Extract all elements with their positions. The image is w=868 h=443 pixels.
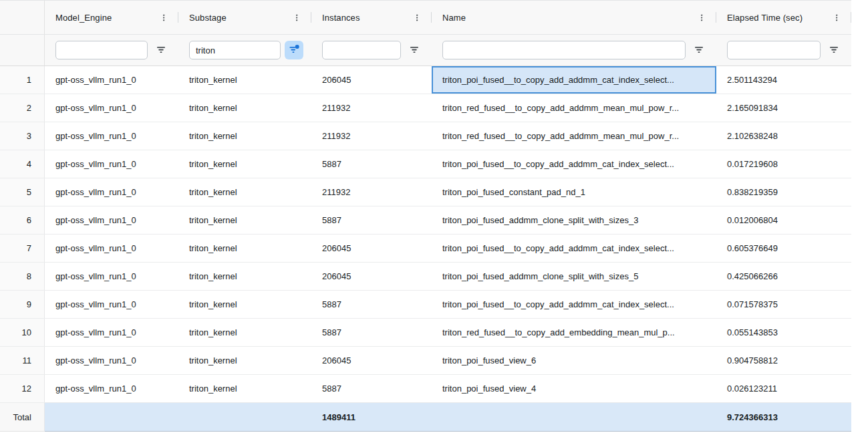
cell-model_engine[interactable]: gpt-oss_vllm_run1_0 xyxy=(45,206,178,234)
table-row: 4gpt-oss_vllm_run1_0triton_kernel5887tri… xyxy=(0,150,851,178)
cell-instances[interactable]: 5887 xyxy=(311,319,432,346)
cell-instances[interactable]: 211932 xyxy=(311,122,432,150)
total-cell-name xyxy=(432,403,716,432)
cell-model_engine[interactable]: gpt-oss_vllm_run1_0 xyxy=(45,347,178,374)
cell-elapsed[interactable]: 0.838219359 xyxy=(716,178,851,206)
cell-instances[interactable]: 211932 xyxy=(311,178,432,206)
cell-substage[interactable]: triton_kernel xyxy=(178,291,311,318)
cell-substage[interactable]: triton_kernel xyxy=(178,150,311,178)
column-header-label: Substage xyxy=(189,13,291,23)
column-menu-icon[interactable] xyxy=(158,9,170,25)
filter-icon xyxy=(829,44,839,57)
cell-elapsed[interactable]: 2.102638248 xyxy=(716,122,851,150)
cell-instances[interactable]: 206045 xyxy=(311,347,432,374)
cell-name[interactable]: triton_poi_fused__to_copy_add_addmm_cat_… xyxy=(432,235,716,262)
cell-substage[interactable]: triton_kernel xyxy=(178,263,311,290)
table-row: 10gpt-oss_vllm_run1_0triton_kernel5887tr… xyxy=(0,319,851,347)
cell-name[interactable]: triton_red_fused__to_copy_add_embedding_… xyxy=(432,319,716,346)
cell-substage[interactable]: triton_kernel xyxy=(178,235,311,262)
cell-substage[interactable]: triton_kernel xyxy=(178,206,311,234)
filter-button-substage-active[interactable] xyxy=(285,41,303,59)
column-header-substage[interactable]: Substage xyxy=(178,1,311,34)
cell-instances[interactable]: 5887 xyxy=(311,291,432,318)
total-cell-model-engine xyxy=(45,403,178,432)
cell-model_engine[interactable]: gpt-oss_vllm_run1_0 xyxy=(45,235,178,262)
column-header-label: Elapsed Time (sec) xyxy=(727,13,831,23)
cell-name[interactable]: triton_poi_fused_addmm_clone_split_with_… xyxy=(432,206,716,234)
cell-substage[interactable]: triton_kernel xyxy=(178,375,311,402)
cell-name[interactable]: triton_poi_fused__to_copy_add_addmm_cat_… xyxy=(432,291,716,318)
filter-button-name[interactable] xyxy=(690,41,708,59)
cell-name[interactable]: triton_poi_fused_view_6 xyxy=(432,347,716,374)
row-number: 11 xyxy=(0,347,45,374)
cell-name[interactable]: triton_poi_fused__to_copy_add_addmm_cat_… xyxy=(432,150,716,178)
cell-model_engine[interactable]: gpt-oss_vllm_run1_0 xyxy=(45,291,178,318)
cell-elapsed[interactable]: 0.026123211 xyxy=(716,375,851,402)
cell-model_engine[interactable]: gpt-oss_vllm_run1_0 xyxy=(45,66,178,94)
cell-name[interactable]: triton_poi_fused_addmm_clone_split_with_… xyxy=(432,263,716,290)
table-row: 5gpt-oss_vllm_run1_0triton_kernel211932t… xyxy=(0,178,851,206)
filter-input-elapsed[interactable] xyxy=(727,41,821,59)
cell-name[interactable]: triton_red_fused__to_copy_add_addmm_mean… xyxy=(432,94,716,122)
column-menu-icon[interactable] xyxy=(831,9,843,25)
cell-name[interactable]: triton_red_fused__to_copy_add_addmm_mean… xyxy=(432,122,716,150)
cell-model_engine[interactable]: gpt-oss_vllm_run1_0 xyxy=(45,263,178,290)
column-menu-icon[interactable] xyxy=(411,9,423,25)
cell-instances[interactable]: 5887 xyxy=(311,206,432,234)
filter-button-model_engine[interactable] xyxy=(152,41,170,59)
filter-icon xyxy=(694,44,704,57)
filter-button-elapsed[interactable] xyxy=(825,41,843,59)
cell-instances[interactable]: 211932 xyxy=(311,94,432,122)
table-row: 1gpt-oss_vllm_run1_0triton_kernel206045t… xyxy=(0,66,851,94)
cell-model_engine[interactable]: gpt-oss_vllm_run1_0 xyxy=(45,94,178,122)
cell-substage[interactable]: triton_kernel xyxy=(178,319,311,346)
cell-substage[interactable]: triton_kernel xyxy=(178,178,311,206)
cell-substage[interactable]: triton_kernel xyxy=(178,122,311,150)
cell-elapsed[interactable]: 0.055143853 xyxy=(716,319,851,346)
filter-input-model_engine[interactable] xyxy=(55,41,148,59)
cell-instances[interactable]: 5887 xyxy=(311,375,432,402)
column-header-model_engine[interactable]: Model_Engine xyxy=(45,1,178,34)
table-row: 7gpt-oss_vllm_run1_0triton_kernel206045t… xyxy=(0,235,851,263)
cell-model_engine[interactable]: gpt-oss_vllm_run1_0 xyxy=(45,150,178,178)
cell-instances[interactable]: 206045 xyxy=(311,235,432,262)
cell-elapsed[interactable]: 0.071578375 xyxy=(716,291,851,318)
cell-model_engine[interactable]: gpt-oss_vllm_run1_0 xyxy=(45,178,178,206)
column-menu-icon[interactable] xyxy=(291,9,303,25)
cell-substage[interactable]: triton_kernel xyxy=(178,347,311,374)
column-header-name[interactable]: Name xyxy=(432,1,716,34)
total-cell-substage xyxy=(178,403,311,432)
cell-model_engine[interactable]: gpt-oss_vllm_run1_0 xyxy=(45,375,178,402)
cell-elapsed[interactable]: 0.017219608 xyxy=(716,150,851,178)
filter-input-name[interactable] xyxy=(442,41,686,59)
filter-cell-elapsed xyxy=(716,35,851,65)
cell-model_engine[interactable]: gpt-oss_vllm_run1_0 xyxy=(45,319,178,346)
cell-substage[interactable]: triton_kernel xyxy=(178,94,311,122)
cell-elapsed[interactable]: 2.165091834 xyxy=(716,94,851,122)
table-row: 9gpt-oss_vllm_run1_0triton_kernel5887tri… xyxy=(0,291,851,319)
cell-instances[interactable]: 206045 xyxy=(311,263,432,290)
data-table-page: Model_EngineSubstageInstancesNameElapsed… xyxy=(0,0,868,443)
column-header-label: Model_Engine xyxy=(55,13,158,23)
column-menu-icon[interactable] xyxy=(696,9,708,25)
filter-input-instances[interactable] xyxy=(322,41,401,59)
row-number: 3 xyxy=(0,122,45,150)
row-number: 5 xyxy=(0,178,45,206)
column-header-elapsed[interactable]: Elapsed Time (sec) xyxy=(716,1,851,34)
cell-name[interactable]: triton_poi_fused_constant_pad_nd_1 xyxy=(432,178,716,206)
cell-elapsed[interactable]: 0.012006804 xyxy=(716,206,851,234)
selected-cell[interactable]: triton_poi_fused__to_copy_add_addmm_cat_… xyxy=(432,66,716,94)
cell-elapsed[interactable]: 0.425066266 xyxy=(716,263,851,290)
column-header-instances[interactable]: Instances xyxy=(311,1,432,34)
cell-elapsed[interactable]: 0.904758812 xyxy=(716,347,851,374)
cell-model_engine[interactable]: gpt-oss_vllm_run1_0 xyxy=(45,122,178,150)
table-row: 3gpt-oss_vllm_run1_0triton_kernel211932t… xyxy=(0,122,851,150)
cell-substage[interactable]: triton_kernel xyxy=(178,66,311,94)
filter-input-substage[interactable] xyxy=(189,41,281,59)
cell-elapsed[interactable]: 2.501143294 xyxy=(716,66,851,94)
cell-instances[interactable]: 206045 xyxy=(311,66,432,94)
filter-button-instances[interactable] xyxy=(405,41,424,59)
cell-instances[interactable]: 5887 xyxy=(311,150,432,178)
cell-name[interactable]: triton_poi_fused_view_4 xyxy=(432,375,716,402)
cell-elapsed[interactable]: 0.605376649 xyxy=(716,235,851,262)
